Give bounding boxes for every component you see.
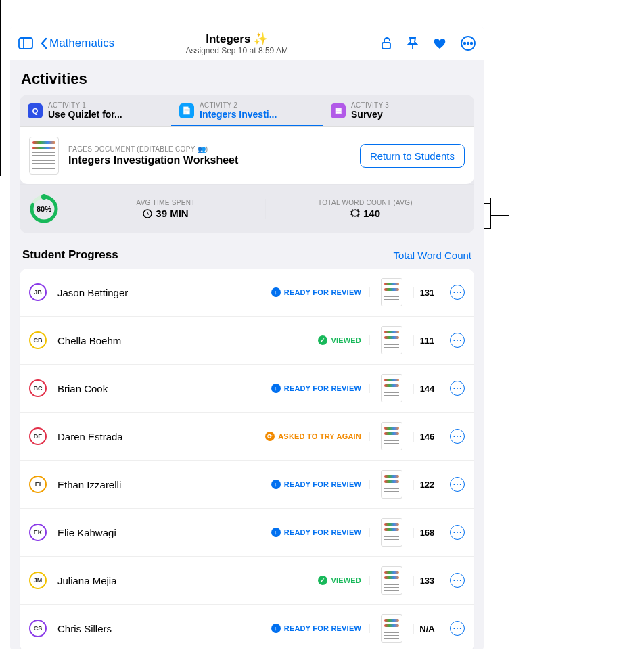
status-dot-icon: ↓ xyxy=(271,528,281,537)
heart-icon[interactable] xyxy=(432,37,447,50)
page-title: Integers ✨ xyxy=(98,32,375,46)
student-row[interactable]: JM Juliana Mejia ✓ VIEWED 133 ⋯ xyxy=(20,557,474,605)
student-row[interactable]: DE Daren Estrada ⟳ ASKED TO TRY AGAIN 14… xyxy=(20,413,474,461)
status-label: READY FOR REVIEW xyxy=(284,624,361,632)
status-label: ASKED TO TRY AGAIN xyxy=(278,432,361,440)
word-count-cell: 131 xyxy=(413,287,440,298)
callout-line xyxy=(490,198,491,229)
app-frame: Mathematics Integers ✨ Assigned Sep 10 a… xyxy=(10,27,484,649)
student-name: Elie Kahwagi xyxy=(58,527,269,538)
status-dot-icon: ↓ xyxy=(271,624,281,633)
document-thumbnail[interactable] xyxy=(29,137,59,175)
document-type-label: PAGES DOCUMENT (EDITABLE COPY 👥) xyxy=(68,145,350,153)
pin-icon[interactable] xyxy=(407,37,419,50)
status-dot-icon: ⟳ xyxy=(265,432,275,441)
word-count-stat: TOTAL WORD COUNT (AVG) 140 xyxy=(265,199,465,219)
return-to-students-button[interactable]: Return to Students xyxy=(360,144,465,168)
badge-icon xyxy=(350,209,360,218)
status-badge: ⟳ ASKED TO TRY AGAIN xyxy=(265,432,370,441)
activity-tab-label: Integers Investi... xyxy=(200,109,277,120)
status-dot-icon: ↓ xyxy=(271,287,281,297)
submission-thumbnail[interactable] xyxy=(381,614,402,643)
student-avatar: DE xyxy=(29,427,47,445)
student-list: JB Jason Bettinger ↓ READY FOR REVIEW 13… xyxy=(20,269,474,649)
status-label: READY FOR REVIEW xyxy=(284,288,361,296)
student-row[interactable]: BC Brian Cook ↓ READY FOR REVIEW 144 ⋯ xyxy=(20,365,474,413)
unlock-icon[interactable] xyxy=(380,37,393,50)
status-badge: ✓ VIEWED xyxy=(318,336,370,345)
student-avatar: CB xyxy=(29,331,47,349)
row-more-button[interactable]: ⋯ xyxy=(450,477,465,492)
student-name: Chella Boehm xyxy=(58,335,315,346)
word-count-label: TOTAL WORD COUNT (AVG) xyxy=(273,199,458,206)
document-title: Integers Investigation Worksheet xyxy=(68,154,350,166)
svg-point-7 xyxy=(471,43,473,45)
word-count-cell: 168 xyxy=(413,528,440,538)
submission-thumbnail[interactable] xyxy=(381,518,402,547)
status-badge: ↓ READY FOR REVIEW xyxy=(271,287,370,297)
student-avatar: CS xyxy=(29,620,47,637)
status-badge: ↓ READY FOR REVIEW xyxy=(271,480,370,489)
submission-thumbnail[interactable] xyxy=(381,326,402,354)
content-area: Activities Q ACTIVITY 1 Use Quizlet for.… xyxy=(10,60,484,649)
activity-tab-label: Survey xyxy=(351,109,389,120)
student-avatar: BC xyxy=(29,379,47,397)
student-row[interactable]: CS Chris Sillers ↓ READY FOR REVIEW N/A … xyxy=(20,605,474,649)
svg-rect-0 xyxy=(19,38,32,49)
word-count-cell: 122 xyxy=(413,480,440,490)
activity-tab-1[interactable]: Q ACTIVITY 1 Use Quizlet for... xyxy=(20,95,171,126)
nav-bar: Mathematics Integers ✨ Assigned Sep 10 a… xyxy=(10,27,484,60)
activity-tabs: Q ACTIVITY 1 Use Quizlet for... 📄 ACTIVI… xyxy=(20,95,474,126)
status-badge: ↓ READY FOR REVIEW xyxy=(271,528,370,537)
submission-thumbnail[interactable] xyxy=(381,278,402,306)
sidebar-toggle-icon[interactable] xyxy=(18,37,33,49)
stats-row: 80% AVG TIME SPENT 39 MIN TOTAL WORD COU… xyxy=(20,184,474,233)
chevron-left-icon xyxy=(40,37,48,49)
activity-tab-eyebrow: ACTIVITY 3 xyxy=(351,101,389,109)
student-row[interactable]: EI Ethan Izzarelli ↓ READY FOR REVIEW 12… xyxy=(20,461,474,509)
word-count-value: 140 xyxy=(273,208,458,219)
row-more-button[interactable]: ⋯ xyxy=(450,429,465,444)
student-avatar: EK xyxy=(29,524,47,541)
svg-point-10 xyxy=(41,194,47,200)
student-avatar: JB xyxy=(29,283,47,301)
status-badge: ✓ VIEWED xyxy=(318,576,370,585)
row-more-button[interactable]: ⋯ xyxy=(450,573,465,588)
status-label: VIEWED xyxy=(331,576,361,584)
word-count-cell: 146 xyxy=(413,432,440,442)
nav-actions xyxy=(380,36,476,51)
student-row[interactable]: JB Jason Bettinger ↓ READY FOR REVIEW 13… xyxy=(20,269,474,317)
submission-thumbnail[interactable] xyxy=(381,470,402,499)
avg-time-stat: AVG TIME SPENT 39 MIN xyxy=(66,199,265,219)
row-more-button[interactable]: ⋯ xyxy=(450,333,465,348)
submission-thumbnail[interactable] xyxy=(381,422,402,450)
student-avatar: JM xyxy=(29,572,47,589)
row-more-button[interactable]: ⋯ xyxy=(450,285,465,300)
document-block: PAGES DOCUMENT (EDITABLE COPY 👥) Integer… xyxy=(20,126,474,184)
student-row[interactable]: EK Elie Kahwagi ↓ READY FOR REVIEW 168 ⋯ xyxy=(20,509,474,557)
more-icon[interactable] xyxy=(461,36,476,51)
submission-thumbnail[interactable] xyxy=(381,374,402,402)
student-row[interactable]: CB Chella Boehm ✓ VIEWED 111 ⋯ xyxy=(20,317,474,365)
total-word-count-link[interactable]: Total Word Count xyxy=(393,250,472,261)
svg-point-5 xyxy=(464,43,466,45)
word-count-cell: 111 xyxy=(413,336,440,346)
status-dot-icon: ✓ xyxy=(318,576,327,585)
activity-tab-eyebrow: ACTIVITY 2 xyxy=(200,101,277,109)
status-label: VIEWED xyxy=(331,336,361,344)
status-badge: ↓ READY FOR REVIEW xyxy=(271,624,370,633)
student-name: Daren Estrada xyxy=(58,431,262,442)
activity-tab-2[interactable]: 📄 ACTIVITY 2 Integers Investi... xyxy=(171,95,323,126)
progress-ring: 80% xyxy=(29,194,59,224)
status-dot-icon: ✓ xyxy=(318,336,327,345)
activity-tab-icon: Q xyxy=(28,103,43,118)
callout-line xyxy=(0,0,1,176)
student-name: Ethan Izzarelli xyxy=(58,479,269,490)
svg-point-6 xyxy=(467,43,469,45)
activity-tab-3[interactable]: ▦ ACTIVITY 3 Survey xyxy=(323,95,474,126)
row-more-button[interactable]: ⋯ xyxy=(450,525,465,540)
status-dot-icon: ↓ xyxy=(271,384,281,393)
submission-thumbnail[interactable] xyxy=(381,566,402,595)
row-more-button[interactable]: ⋯ xyxy=(450,381,465,396)
row-more-button[interactable]: ⋯ xyxy=(450,621,465,636)
